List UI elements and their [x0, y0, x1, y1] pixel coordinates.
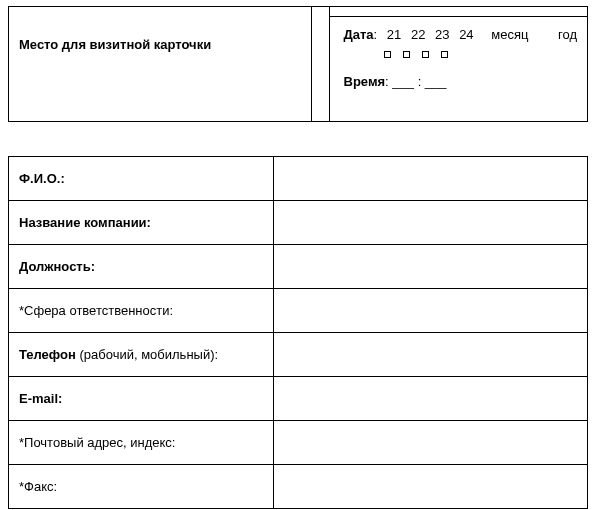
header-block: Место для визитной карточки Дата: 21 22 … [8, 6, 588, 122]
table-row: *Факс: [9, 465, 588, 509]
checkbox-icon[interactable] [384, 51, 391, 58]
field-label: Должность: [9, 245, 274, 289]
field-value[interactable] [274, 245, 588, 289]
table-row: Телефон (рабочий, мобильный): [9, 333, 588, 377]
day-23: 23 [435, 27, 449, 42]
date-row: Дата: 21 22 23 24 месяц год [344, 27, 577, 42]
header-strip [330, 7, 587, 17]
time-row: Время: ___ : ___ [344, 74, 577, 89]
field-label: Ф.И.О.: [9, 157, 274, 201]
field-label: *Почтовый адрес, индекс: [9, 421, 274, 465]
field-label: E-mail: [9, 377, 274, 421]
field-label: Название компании: [9, 201, 274, 245]
checkbox-icon[interactable] [422, 51, 429, 58]
contact-form-table: Ф.И.О.:Название компании:Должность:*Сфер… [8, 156, 588, 509]
day-21: 21 [387, 27, 401, 42]
day-24: 24 [459, 27, 473, 42]
checkbox-icon[interactable] [403, 51, 410, 58]
field-label: *Факс: [9, 465, 274, 509]
field-label: Телефон (рабочий, мобильный): [9, 333, 274, 377]
checkbox-icon[interactable] [441, 51, 448, 58]
header-divider-cell [312, 7, 329, 121]
field-value[interactable] [274, 465, 588, 509]
business-card-label: Место для визитной карточки [19, 37, 211, 52]
time-value[interactable]: ___ : ___ [392, 74, 446, 89]
month-label: месяц [491, 27, 528, 42]
field-value[interactable] [274, 157, 588, 201]
table-row: E-mail: [9, 377, 588, 421]
field-value[interactable] [274, 289, 588, 333]
field-value[interactable] [274, 421, 588, 465]
business-card-slot: Место для визитной карточки [9, 7, 312, 121]
date-days: 21 22 23 24 [381, 27, 477, 42]
field-value[interactable] [274, 201, 588, 245]
field-value[interactable] [274, 333, 588, 377]
year-label: год [558, 27, 577, 42]
field-label: *Сфера ответственности: [9, 289, 274, 333]
date-label: Дата [344, 27, 374, 42]
time-label: Время [344, 74, 386, 89]
table-row: Ф.И.О.: [9, 157, 588, 201]
header-date-cell: Дата: 21 22 23 24 месяц год Время: ___ :… [330, 7, 587, 121]
table-row: Должность: [9, 245, 588, 289]
table-row: *Сфера ответственности: [9, 289, 588, 333]
day-22: 22 [411, 27, 425, 42]
field-value[interactable] [274, 377, 588, 421]
day-checkboxes [384, 50, 577, 60]
table-row: *Почтовый адрес, индекс: [9, 421, 588, 465]
table-row: Название компании: [9, 201, 588, 245]
